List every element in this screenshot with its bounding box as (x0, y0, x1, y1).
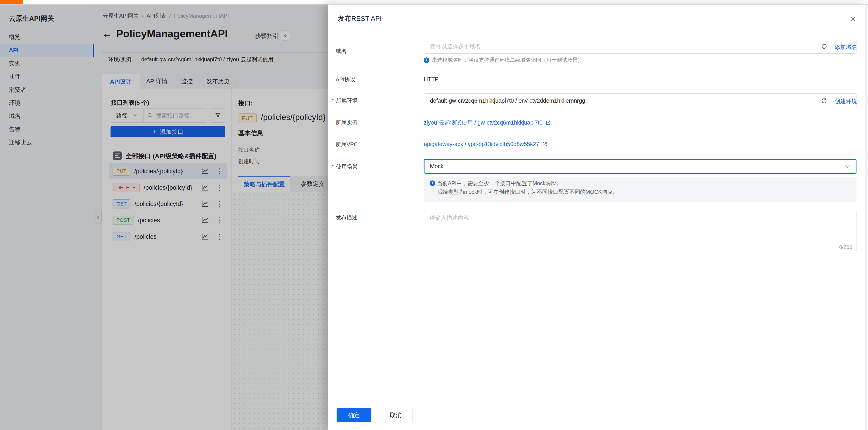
scrollbar-gutter[interactable] (865, 4, 868, 430)
add-domain-link[interactable]: 添加域名 (835, 43, 857, 51)
label-text: 所属环境 (336, 97, 358, 104)
publish-rest-api-drawer: 发布REST API × 域名 您可以选择多个域名 添加域名 i 未选择域名时，… (328, 4, 868, 430)
external-link-icon (545, 120, 551, 126)
divider (328, 401, 868, 401)
protocol-value: HTTP (424, 76, 438, 83)
required-mark: * (332, 97, 334, 104)
mock-info-line1: 当前API中，需要至少一个接口中配置了Mock响应。 (437, 180, 562, 187)
refresh-icon (821, 43, 828, 50)
drawer-mask[interactable] (0, 4, 328, 430)
vpc-link[interactable]: apigateway-ack / vpc-bp13idvicfh50d8w55k… (424, 141, 548, 147)
scenario-select-value: Mock (430, 163, 443, 170)
label-text: 所属实例 (336, 119, 358, 126)
char-counter: 0/255 (839, 244, 852, 250)
refresh-icon (821, 97, 828, 104)
instance-link-text: ziyou-云起测试使用 / gw-ctv2cq6m1hkkjuapl7t0 (424, 119, 542, 126)
cancel-button[interactable]: 取消 (379, 408, 413, 422)
vpc-label: 所属VPC (336, 141, 358, 148)
instance-label: 所属实例 (336, 119, 358, 126)
domain-label: 域名 (336, 48, 346, 55)
label-text: 发布描述 (336, 214, 358, 221)
domain-select-placeholder: 您可以选择多个域名 (430, 42, 481, 50)
confirm-button[interactable]: 确定 (337, 408, 371, 422)
divider (328, 30, 868, 30)
environment-select-value: default-gw-ctv2cq6m1hkkjuapl7t0 / env-ct… (430, 97, 585, 104)
mock-info-line2: 后端类型为mock时，可在创建接口时，为不同接口配置不同的MOCK响应。 (437, 188, 618, 196)
label-text: API协议 (336, 76, 355, 83)
domain-hint-text: 未选择域名时，将仅支持通过环境二级域名访问（用于测试场景） (432, 57, 583, 64)
chevron-down-icon (845, 165, 850, 168)
required-mark: * (332, 163, 334, 170)
drawer-title: 发布REST API (338, 14, 382, 23)
instance-link[interactable]: ziyou-云起测试使用 / gw-ctv2cq6m1hkkjuapl7t0 (424, 119, 551, 126)
protocol-label: API协议 (336, 76, 355, 83)
brand-logo (0, 0, 23, 4)
environment-select[interactable]: default-gw-ctv2cq6m1hkkjuapl7t0 / env-ct… (424, 93, 857, 108)
vpc-link-text: apigateway-ack / vpc-bp13idvicfh50d8w55k… (424, 141, 539, 147)
close-icon[interactable]: × (847, 13, 859, 25)
scenario-select[interactable]: Mock (424, 159, 857, 174)
description-textarea[interactable] (424, 210, 857, 253)
info-icon: i (430, 180, 435, 186)
external-link-icon (542, 141, 548, 147)
label-text: 域名 (336, 48, 346, 55)
scenario-label: * 使用场景 (332, 163, 358, 170)
info-icon: i (424, 57, 429, 63)
label-text: 所属VPC (336, 141, 358, 148)
label-text: 使用场景 (336, 163, 358, 170)
create-environment-link[interactable]: 创建环境 (835, 97, 857, 105)
domain-select[interactable]: 您可以选择多个域名 (424, 39, 857, 54)
domain-hint: i 未选择域名时，将仅支持通过环境二级域名访问（用于测试场景） (424, 57, 583, 64)
environment-label: * 所属环境 (332, 97, 358, 104)
description-label: 发布描述 (336, 214, 358, 221)
mock-info-box: i 当前API中，需要至少一个接口中配置了Mock响应。 后端类型为mock时，… (424, 177, 857, 202)
topbar (0, 0, 868, 4)
refresh-environments-button[interactable] (817, 93, 831, 108)
refresh-domains-button[interactable] (817, 39, 831, 54)
